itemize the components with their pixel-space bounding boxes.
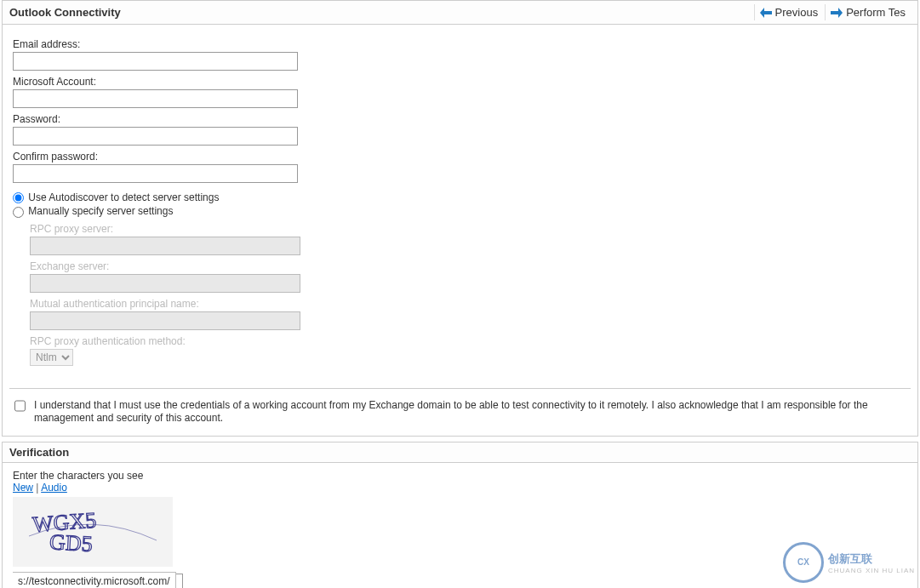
verification-header: Verification [3,442,917,463]
verification-body: Enter the characters you see New | Audio… [3,463,917,588]
url-status-overlay: s://testconnectivity.microsoft.com/ [13,572,176,588]
page-title: Outlook Connectivity [9,6,121,19]
mutual-auth-label: Mutual authentication principal name: [30,298,907,310]
autodiscover-radio[interactable] [13,192,24,203]
email-label: Email address: [13,38,907,50]
rpc-auth-method-select: Ntlm [30,349,73,366]
header-buttons: Previous Perform Tes [754,4,911,20]
rpc-proxy-input [30,237,300,255]
svg-text:GD5: GD5 [49,529,94,557]
confirm-password-label: Confirm password: [13,151,907,163]
previous-label: Previous [775,6,819,19]
panel-header: Outlook Connectivity Previous Perform Te… [3,1,917,25]
captcha-image: WGX5 GD5 [13,497,173,567]
verification-panel: Verification Enter the characters you se… [2,442,918,588]
manual-label: Manually specify server settings [28,205,173,217]
confirm-password-input[interactable] [13,164,298,183]
manual-radio[interactable] [13,207,24,218]
rpc-auth-method-label: RPC proxy authentication method: [30,335,907,347]
exchange-server-label: Exchange server: [30,260,907,272]
watermark-text: 创新互联 [828,551,915,567]
arrow-left-icon [760,8,772,18]
form-area: Email address: Microsoft Account: Passwo… [3,25,917,373]
watermark-subtext: CHUANG XIN HU LIAN [828,567,915,574]
divider [9,388,911,389]
msaccount-input[interactable] [13,89,298,108]
password-label: Password: [13,113,907,125]
exchange-server-input [30,274,300,293]
consent-text: I understand that I must use the credent… [34,399,906,425]
watermark-logo-icon: CX [783,542,824,583]
captcha-audio-link[interactable]: Audio [41,482,67,494]
previous-button[interactable]: Previous [754,4,824,20]
perform-test-button[interactable]: Perform Tes [825,4,911,20]
outlook-connectivity-panel: Outlook Connectivity Previous Perform Te… [2,0,918,437]
mutual-auth-input [30,311,300,330]
email-input[interactable] [13,52,298,71]
captcha-prompt: Enter the characters you see [13,470,907,482]
msaccount-label: Microsoft Account: [13,76,907,88]
verification-title: Verification [9,446,69,459]
watermark: CX 创新互联 CHUANG XIN HU LIAN [783,542,915,583]
captcha-links: New | Audio [13,482,907,494]
arrow-right-icon [831,8,843,18]
rpc-proxy-label: RPC proxy server: [30,223,907,235]
consent-checkbox[interactable] [14,400,26,412]
perform-test-label: Perform Tes [846,6,906,19]
captcha-new-link[interactable]: New [13,482,33,494]
consent-row: I understand that I must use the credent… [3,399,917,436]
manual-settings-block: RPC proxy server: Exchange server: Mutua… [30,223,907,366]
password-input[interactable] [13,127,298,146]
autodiscover-label: Use Autodiscover to detect server settin… [28,191,219,203]
